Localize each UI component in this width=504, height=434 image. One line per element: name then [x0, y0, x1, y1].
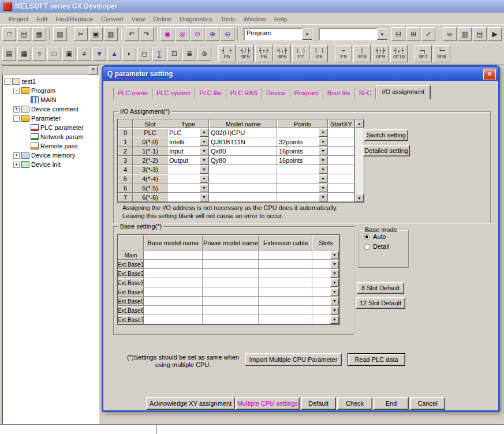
type-dropdown-cell[interactable]: PLC ▼: [167, 128, 209, 137]
vertical-scrollbar[interactable]: ▲ ▼: [354, 119, 364, 202]
find-instruction-icon[interactable]: ⊕: [206, 27, 219, 41]
base-model-name-cell[interactable]: [144, 278, 203, 287]
dropdown-arrow-icon[interactable]: ▼: [330, 270, 339, 278]
fkey-button[interactable]: ┤↓├ sF6: [274, 45, 291, 62]
dropdown-arrow-icon[interactable]: ▼: [319, 147, 327, 155]
tree-item[interactable]: Remote pass: [2, 141, 99, 151]
check-button[interactable]: Check: [337, 397, 372, 410]
tree-item[interactable]: - Program: [2, 86, 99, 95]
base-mode-radio[interactable]: Auto: [364, 233, 408, 240]
close-button[interactable]: ×: [483, 69, 496, 80]
program-selector-combobox[interactable]: Program ▼: [244, 28, 313, 40]
switch-setting-button[interactable]: Switch setting: [364, 129, 408, 141]
read-plc-data-button[interactable]: Read PLC data: [348, 353, 405, 366]
points-dropdown-cell[interactable]: 32points ▼: [277, 137, 328, 147]
tree-item[interactable]: - Parameter: [2, 114, 99, 123]
dropdown-arrow-icon[interactable]: ▼: [200, 193, 208, 201]
expand-toggle-icon[interactable]: +: [13, 162, 20, 168]
menu-item[interactable]: Tools: [216, 14, 240, 24]
startxy-cell[interactable]: [328, 165, 354, 174]
device-comment-icon[interactable]: ▦: [17, 47, 31, 61]
find-coil-icon[interactable]: ◎: [176, 27, 189, 41]
cut-icon[interactable]: ✂: [74, 27, 88, 41]
statement-icon[interactable]: ≡: [32, 47, 46, 61]
startxy-cell[interactable]: [328, 128, 354, 137]
default-button[interactable]: Default: [301, 397, 336, 410]
tab[interactable]: PLC system: [152, 88, 195, 99]
find-replace-icon[interactable]: ∞: [443, 27, 457, 41]
detailed-setting-button[interactable]: Detailed setting: [363, 145, 410, 156]
menu-item[interactable]: Find/Replace: [51, 14, 97, 24]
write-to-plc-icon[interactable]: ▼: [92, 47, 106, 61]
extension-cable-cell[interactable]: [259, 260, 312, 269]
expand-toggle-icon[interactable]: -: [13, 115, 20, 122]
paste-icon[interactable]: ▧: [104, 27, 118, 41]
device-memory-icon[interactable]: ▣: [62, 47, 76, 61]
dropdown-arrow-icon[interactable]: ▼: [319, 138, 327, 146]
secondary-combobox[interactable]: ▼: [319, 28, 388, 40]
fkey-button[interactable]: ─┐ sF7: [415, 45, 432, 62]
fkey-button[interactable]: ┤/├ sF5: [237, 45, 254, 62]
dropdown-arrow-icon[interactable]: ▼: [330, 251, 339, 259]
fkey-button[interactable]: ┤↑├ cF9: [372, 45, 389, 62]
slots-dropdown-cell[interactable]: ▼: [312, 260, 339, 269]
menu-item[interactable]: Diagnostics: [176, 14, 216, 24]
8-slot-default-button[interactable]: 8 Slot Default: [357, 282, 404, 294]
chevron-down-icon[interactable]: ▼: [377, 28, 387, 40]
menu-item[interactable]: View: [128, 14, 150, 24]
tab[interactable]: SFC: [354, 88, 376, 99]
startxy-cell[interactable]: [328, 137, 354, 147]
menu-item[interactable]: Convert: [97, 14, 128, 24]
slots-dropdown-cell[interactable]: ▼: [312, 315, 339, 324]
12-slot-default-button[interactable]: 12 Slot Default: [356, 297, 405, 309]
startxy-cell[interactable]: [328, 156, 354, 165]
tab[interactable]: PLC file: [195, 88, 226, 99]
close-icon[interactable]: ×: [89, 66, 98, 74]
base-model-name-cell[interactable]: [144, 306, 203, 315]
zoom-icon[interactable]: ⊕: [197, 47, 211, 61]
dropdown-arrow-icon[interactable]: ▼: [330, 288, 339, 296]
tree-item[interactable]: - test1: [2, 77, 99, 86]
comment-display-icon[interactable]: ≣: [182, 47, 196, 61]
power-model-name-cell[interactable]: [203, 297, 259, 306]
dropdown-arrow-icon[interactable]: ▼: [319, 193, 327, 201]
base-model-name-cell[interactable]: [144, 315, 203, 324]
slots-dropdown-cell[interactable]: ▼: [312, 278, 339, 287]
fkey-button[interactable]: │ sF9: [353, 45, 371, 62]
dropdown-arrow-icon[interactable]: ▼: [330, 297, 339, 305]
acknowledge-xy-assignment-button[interactable]: Acknowledge XY assignment: [146, 397, 235, 410]
dropdown-arrow-icon[interactable]: ▼: [200, 156, 208, 164]
slots-dropdown-cell[interactable]: ▼: [312, 287, 339, 297]
slots-dropdown-cell[interactable]: ▼: [312, 250, 339, 260]
monitor-start-icon[interactable]: ▶: [488, 27, 502, 41]
type-dropdown-cell[interactable]: ▼: [167, 193, 209, 202]
points-dropdown-cell[interactable]: 16points ▼: [277, 147, 328, 156]
slots-dropdown-cell[interactable]: ▼: [312, 269, 339, 278]
ladder-mode-icon[interactable]: ⊟: [391, 27, 405, 41]
dropdown-arrow-icon[interactable]: ▼: [200, 166, 208, 174]
dropdown-arrow-icon[interactable]: ▼: [319, 184, 327, 192]
chevron-down-icon[interactable]: ▼: [302, 28, 312, 40]
find-string-icon[interactable]: ⊖: [221, 27, 234, 41]
tab[interactable]: I/O assignment: [376, 85, 430, 99]
tab[interactable]: Boot file: [323, 88, 355, 99]
startxy-cell[interactable]: [328, 147, 354, 156]
dropdown-arrow-icon[interactable]: ▼: [319, 129, 327, 137]
power-model-name-cell[interactable]: [203, 250, 259, 260]
points-dropdown-cell[interactable]: ▼: [277, 174, 328, 184]
fkey-button[interactable]: [ ] F8: [311, 45, 328, 62]
model-name-cell[interactable]: Qx80: [209, 147, 277, 156]
fkey-button[interactable]: └─ sF8: [433, 45, 450, 62]
undo-icon[interactable]: ↶: [125, 27, 139, 41]
cancel-button[interactable]: Cancel: [410, 397, 445, 410]
power-model-name-cell[interactable]: [203, 269, 259, 278]
points-dropdown-cell[interactable]: ▼: [277, 128, 328, 137]
save-project-icon[interactable]: ▦: [32, 27, 46, 41]
type-dropdown-cell[interactable]: Input ▼: [167, 147, 209, 156]
dropdown-arrow-icon[interactable]: ▼: [200, 184, 208, 192]
tree-item[interactable]: + Device init: [2, 160, 99, 169]
tree-item[interactable]: MAIN: [2, 95, 99, 104]
tab[interactable]: PLC RAS: [226, 88, 262, 99]
dropdown-arrow-icon[interactable]: ▼: [200, 175, 208, 183]
multiple-cpu-settings-button[interactable]: Multiple CPU settings: [236, 397, 300, 410]
